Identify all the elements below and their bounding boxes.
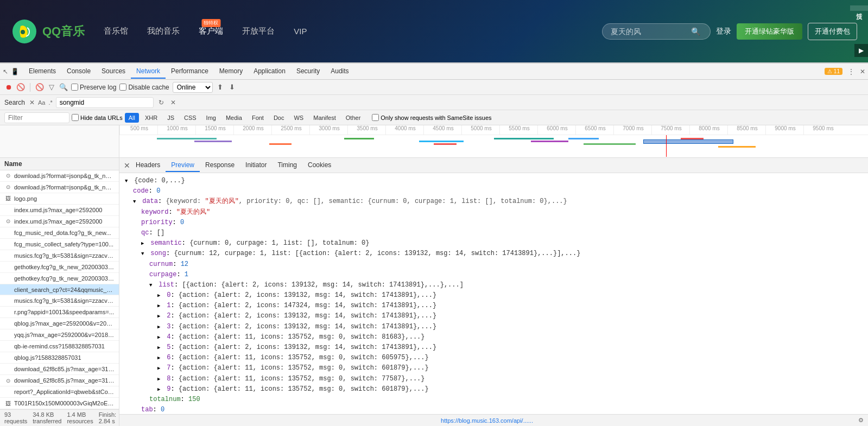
- tab-initiator[interactable]: Initiator: [240, 159, 272, 172]
- list-item[interactable]: musics.fcg?g_tk=5381&sign=zzacv7...: [0, 295, 119, 307]
- tab-application[interactable]: Application: [248, 65, 291, 79]
- json-expand-9[interactable]: [157, 384, 163, 395]
- search-box[interactable]: 🔍: [602, 23, 711, 40]
- search-button[interactable]: 🔍: [59, 83, 68, 92]
- tab-performance[interactable]: Performance: [166, 65, 214, 79]
- dt-device-icon[interactable]: 📱: [11, 68, 19, 75]
- samesite-label[interactable]: Only show requests with SameSite issues: [372, 114, 491, 121]
- json-expand-0[interactable]: [157, 290, 163, 301]
- json-root[interactable]: {code: 0,...}: [125, 176, 863, 186]
- filter-ws[interactable]: WS: [290, 113, 307, 123]
- clear-search-icon[interactable]: ✕: [169, 98, 178, 107]
- record-button[interactable]: ⏺: [4, 83, 13, 92]
- filter-all[interactable]: All: [125, 113, 139, 123]
- pay-button[interactable]: 开通付费包: [808, 23, 857, 40]
- list-item[interactable]: report?_ApplicationId=qbweb&stComm...: [0, 386, 119, 398]
- top-search-input[interactable]: [611, 27, 687, 36]
- tab-memory[interactable]: Memory: [214, 65, 248, 79]
- throttle-select[interactable]: Online Fast 3G Slow 3G: [173, 82, 213, 93]
- list-item[interactable]: gethotkey.fcg?g_tk_new_20200303=...: [0, 262, 119, 273]
- json-list-item-4[interactable]: 4: {action: {alert: 11, icons: 135752, m…: [125, 332, 863, 342]
- json-list-item-5[interactable]: 5: {action: {alert: 2, icons: 139132, ms…: [125, 342, 863, 353]
- close-panel-button[interactable]: ✕: [124, 161, 130, 170]
- json-expand-1[interactable]: [157, 301, 163, 311]
- list-item[interactable]: musics.fcg?g_tk=5381&sign=zzacv7...: [0, 250, 119, 262]
- json-list-item-7[interactable]: 7: {action: {alert: 11, icons: 135752, m…: [125, 363, 863, 373]
- filter-js[interactable]: JS: [163, 113, 178, 123]
- list-item[interactable]: index.umd.js?max_age=2592000: [0, 205, 119, 216]
- hide-data-urls-checkbox[interactable]: [72, 114, 79, 121]
- search-icon[interactable]: 🔍: [691, 27, 700, 36]
- dt-cursor-icon[interactable]: ↖: [3, 68, 8, 75]
- refresh-icon[interactable]: ↻: [157, 98, 166, 107]
- nav-client[interactable]: 独特权 客户端: [196, 23, 226, 39]
- json-expand-root[interactable]: [125, 176, 130, 186]
- stop-record-button[interactable]: 🚫: [16, 83, 25, 92]
- regex-icon[interactable]: .*: [48, 99, 52, 106]
- filter-button[interactable]: ▽: [47, 83, 56, 92]
- preserve-log-checkbox[interactable]: [71, 84, 78, 91]
- list-item[interactable]: ⊙ download_62f8c85.js?max_age=31536000: [0, 375, 119, 386]
- json-song[interactable]: song: {curnum: 12, curpage: 1, list: [{a…: [125, 249, 863, 259]
- list-item[interactable]: 🖼 T001R150x150M000003vGiqM2oE7Gm.jpg...: [0, 398, 119, 409]
- font-icon-aa[interactable]: Aa: [38, 99, 45, 106]
- list-item-selected[interactable]: client_search_cp?ct=24&qqmusic_ver...: [0, 284, 119, 296]
- hide-data-urls-label[interactable]: Hide data URLs: [72, 114, 123, 121]
- list-item[interactable]: ⊙ download.js?format=jsonp&g_tk_new...: [0, 182, 119, 193]
- json-expand-6[interactable]: [157, 353, 163, 363]
- json-list-item-8[interactable]: 8: {action: {alert: 11, icons: 135752, m…: [125, 374, 863, 384]
- json-expand-3[interactable]: [157, 322, 163, 332]
- filter-img[interactable]: Img: [202, 113, 220, 123]
- tab-network[interactable]: Network: [131, 65, 166, 79]
- json-expand-list[interactable]: [149, 280, 155, 290]
- import-button[interactable]: ⬆: [216, 83, 225, 92]
- json-data-row[interactable]: data: {keyword: "夏天的风", priority: 0, qc:…: [125, 196, 863, 207]
- json-semantic[interactable]: semantic: {curnum: 0, curpage: 1, list: …: [125, 238, 863, 249]
- tab-sources[interactable]: Sources: [96, 65, 131, 79]
- json-list[interactable]: list: [{action: {alert: 2, icons: 139132…: [125, 280, 863, 290]
- json-expand-4[interactable]: [157, 332, 163, 342]
- json-expand-5[interactable]: [157, 342, 163, 353]
- filter-media[interactable]: Media: [222, 113, 246, 123]
- nav-music-hall[interactable]: 音乐馆: [101, 23, 131, 39]
- filter-input[interactable]: [4, 112, 69, 123]
- disable-cache-checkbox[interactable]: [119, 84, 126, 91]
- list-item[interactable]: qblog.js?1588328857031: [0, 352, 119, 364]
- list-item[interactable]: ⊙ index.umd.js?max_age=2592000: [0, 216, 119, 227]
- tab-headers[interactable]: Headers: [130, 159, 166, 172]
- json-expand-semantic[interactable]: [141, 238, 147, 249]
- preserve-log-label[interactable]: Preserve log: [71, 84, 116, 91]
- json-list-item-2[interactable]: 2: {action: {alert: 2, icons: 139132, ms…: [125, 311, 863, 321]
- json-list-item-3[interactable]: 3: {action: {alert: 2, icons: 139132, ms…: [125, 322, 863, 332]
- disable-cache-label[interactable]: Disable cache: [119, 84, 169, 91]
- list-item[interactable]: qblog.js?max_age=2592000&v=20180702: [0, 318, 119, 329]
- clear-button[interactable]: 🚫: [35, 83, 44, 92]
- list-item[interactable]: gethotkey.fcg?g_tk_new_20200303=...: [0, 273, 119, 284]
- nav-my-music[interactable]: 我的音乐: [144, 23, 182, 39]
- json-list-item-9[interactable]: 9: {action: {alert: 11, icons: 135752, m…: [125, 384, 863, 395]
- tab-security[interactable]: Security: [291, 65, 325, 79]
- filter-manifest[interactable]: Manifest: [309, 113, 340, 123]
- json-list-item-1[interactable]: 1: {action: {alert: 2, icons: 147324, ms…: [125, 301, 863, 311]
- tab-cookies[interactable]: Cookies: [302, 159, 337, 172]
- list-item[interactable]: r.png?appid=10013&speedparams=...: [0, 307, 119, 318]
- samesite-checkbox[interactable]: [372, 114, 379, 121]
- nav-vip[interactable]: VIP: [291, 24, 309, 39]
- filter-doc[interactable]: Doc: [270, 113, 288, 123]
- login-button[interactable]: 登录: [716, 27, 731, 36]
- filter-font[interactable]: Font: [248, 113, 268, 123]
- tab-response[interactable]: Response: [200, 159, 240, 172]
- tab-elements[interactable]: Elements: [23, 65, 61, 79]
- play-button[interactable]: ▶: [854, 44, 868, 57]
- nav-open-platform[interactable]: 开放平台: [239, 23, 277, 39]
- json-expand-7[interactable]: [157, 363, 163, 373]
- json-list-item-0[interactable]: 0: {action: {alert: 2, icons: 139132, ms…: [125, 290, 863, 301]
- json-expand-song[interactable]: [141, 249, 147, 259]
- export-button[interactable]: ⬇: [228, 83, 237, 92]
- list-item[interactable]: 🖼 logo.png: [0, 193, 119, 205]
- list-item[interactable]: yqq.js?max_age=2592000&v=20180702: [0, 329, 119, 341]
- json-list-item-6[interactable]: 6: {action: {alert: 11, icons: 135752, m…: [125, 353, 863, 363]
- filter-other[interactable]: Other: [342, 113, 365, 123]
- list-item[interactable]: download_62f8c85.js?max_age=31536000: [0, 364, 119, 375]
- feedback-button[interactable]: 反馈: [850, 5, 868, 11]
